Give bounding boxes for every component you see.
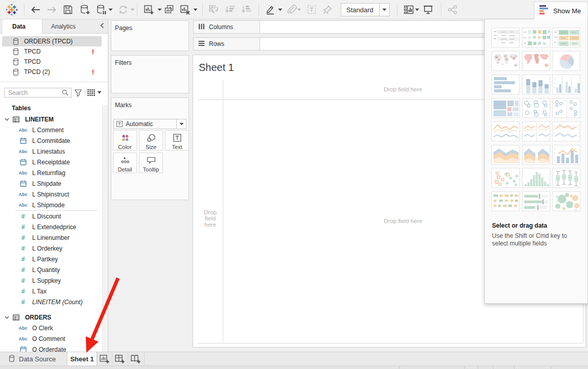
show-hide-cards-icon[interactable] [402,3,415,16]
showme-thumb-filled-map[interactable] [522,51,550,71]
showme-thumb-symbol-map[interactable] [491,51,520,71]
field-item[interactable]: #LINEITEM (Count) [0,297,102,307]
showme-thumb-treemap[interactable] [491,98,520,118]
chevron-down-icon[interactable] [5,118,10,121]
pause-updates-icon[interactable] [95,3,108,16]
showme-thumb-lines-discrete[interactable] [522,121,550,141]
showme-thumb-text-table[interactable] [491,28,520,47]
datasource-item[interactable]: ORDERS (TPCD) [2,36,102,46]
showme-thumb-horizontal-bars[interactable] [491,75,520,94]
add-data-source-icon[interactable] [78,3,91,16]
number-field-icon: # [18,266,28,274]
showme-thumb-circle-views[interactable] [522,98,550,118]
field-item[interactable]: AbcL Shipinstruct [0,189,102,200]
caret-down-icon[interactable] [157,8,162,12]
columns-shelf-label: Columns [194,21,260,33]
datasource-list: ORDERS (TPCD)TPCD!TPCDTPCD (2)! [0,34,108,77]
showme-thumb-dual-lines[interactable] [552,121,580,141]
showme-thumb-histogram[interactable] [522,168,550,188]
caret-down-icon[interactable] [277,8,283,12]
datasource-item[interactable]: TPCD [2,57,102,67]
field-item[interactable]: #L Tax [0,286,102,297]
show-me-button[interactable]: Show Me [534,2,588,19]
field-item[interactable]: #L Suppkey [0,275,102,286]
field-item[interactable]: #L Discount [0,211,102,222]
detail-button[interactable]: Detail [113,153,137,173]
showme-thumb-lines-continuous[interactable] [491,121,520,141]
new-dashboard-button[interactable] [112,352,128,366]
chevron-down-icon[interactable] [5,316,10,319]
size-button[interactable]: Size [139,130,163,151]
caret-down-icon[interactable] [176,119,186,129]
presentation-mode-icon[interactable] [421,3,435,16]
tooltip-button[interactable]: Tooltip [139,153,163,173]
table-group-orders[interactable]: ORDERS [0,312,102,323]
showme-thumb-packed-bubbles[interactable] [552,191,580,211]
caret-down-icon[interactable] [193,8,198,12]
new-worksheet-icon[interactable] [142,3,155,16]
showme-thumb-pie-chart[interactable] [552,51,580,71]
marks-card-title: Marks [111,98,189,109]
mark-type-value: Automatic [126,120,176,128]
field-item[interactable]: #L Orderkey [0,243,102,254]
field-item[interactable]: #L Extendedprice [0,222,102,232]
field-item[interactable]: O Orderdate [0,344,102,352]
number-field-icon: # [18,245,28,252]
duplicate-sheet-icon[interactable] [162,3,176,16]
caret-down-icon[interactable] [108,8,113,12]
field-item[interactable]: #L Quantity [0,264,102,275]
field-item[interactable]: AbcO Comment [0,333,102,344]
showme-thumb-area-continuous[interactable] [491,145,520,165]
field-item[interactable]: AbcL Shipmode [0,200,102,210]
filters-card[interactable]: Filters [111,55,189,93]
datasource-item[interactable]: TPCD (2)! [2,67,102,77]
text-icon [173,132,181,144]
clear-sheet-icon[interactable] [178,3,192,16]
save-icon[interactable] [61,3,75,16]
datasource-item[interactable]: TPCD! [2,46,102,57]
text-button[interactable]: Text [165,130,189,151]
showme-thumb-dual-combination[interactable] [552,145,580,165]
field-item[interactable]: AbcL Comment [0,125,102,135]
filter-icon[interactable] [73,88,83,97]
showme-thumb-heat-map[interactable] [552,28,580,47]
undo-icon[interactable] [29,3,42,16]
showme-thumb-side-by-side-circles[interactable] [552,98,580,118]
caret-down-icon[interactable] [97,90,102,94]
tab-data[interactable]: Data [3,19,42,34]
tab-sheet-1[interactable]: Sheet 1 [67,352,97,366]
showme-thumb-box-and-whisker[interactable] [552,168,580,188]
chevron-left-icon[interactable] [100,22,105,30]
field-item[interactable]: #L Linenumber [0,232,102,243]
tab-analytics[interactable]: Analytics [42,19,98,34]
view-options-icon[interactable] [87,88,96,97]
drop-zone-rows[interactable]: Dropfieldhere [198,209,223,228]
field-item[interactable]: L Receiptdate [0,157,102,167]
caret-down-icon[interactable] [379,4,389,16]
showme-thumb-highlight-table[interactable] [522,28,550,47]
field-item[interactable]: #L Partkey [0,254,102,264]
new-story-button[interactable] [128,352,144,366]
data-source-tab[interactable]: Data Source [0,352,56,366]
table-group-lineitem[interactable]: LINEITEM [0,114,102,125]
caret-down-icon[interactable] [414,8,419,12]
new-worksheet-tab-button[interactable] [98,352,112,366]
showme-thumb-bullet-graph[interactable] [522,191,550,211]
showme-thumb-stacked-bars[interactable] [522,75,550,94]
fit-dropdown[interactable]: Standard [341,3,390,16]
mark-type-dropdown[interactable]: Automatic [113,119,186,129]
field-item[interactable]: AbcO Clerk [0,323,102,333]
showme-thumb-side-by-side-bars[interactable] [552,75,580,94]
search-input[interactable]: Search [4,88,72,97]
highlight-icon[interactable] [264,3,277,16]
field-item[interactable]: L Commitdate [0,135,102,146]
showme-thumb-gantt[interactable] [491,191,520,211]
showme-thumb-scatter-plot[interactable] [491,168,520,188]
field-item[interactable]: L Shipdate [0,178,102,189]
showme-thumb-area-discrete[interactable] [522,145,550,165]
field-item[interactable]: AbcL Returnflag [0,167,102,178]
pages-card[interactable]: Pages [111,20,189,51]
color-button[interactable]: Color [113,130,137,151]
data-pane-scrollbar[interactable] [102,105,108,352]
field-item[interactable]: AbcL Linestatus [0,146,102,157]
